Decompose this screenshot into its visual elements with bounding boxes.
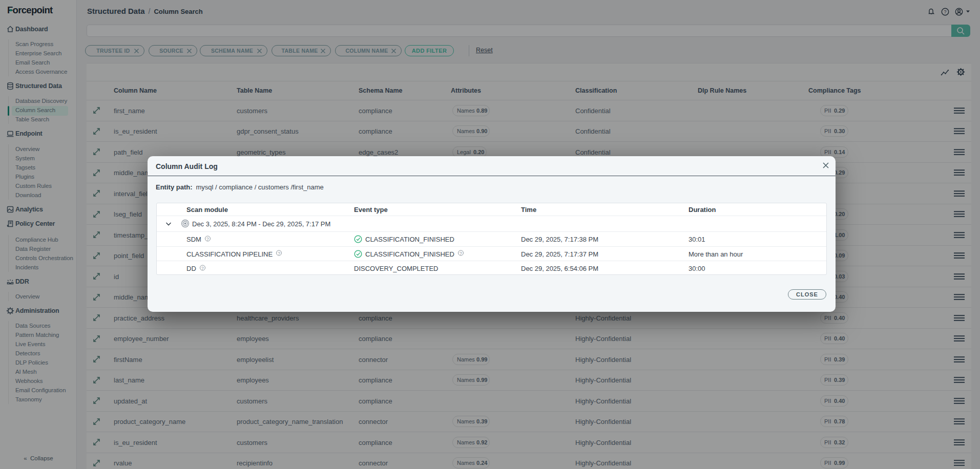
svg-text:?: ?	[944, 9, 946, 14]
